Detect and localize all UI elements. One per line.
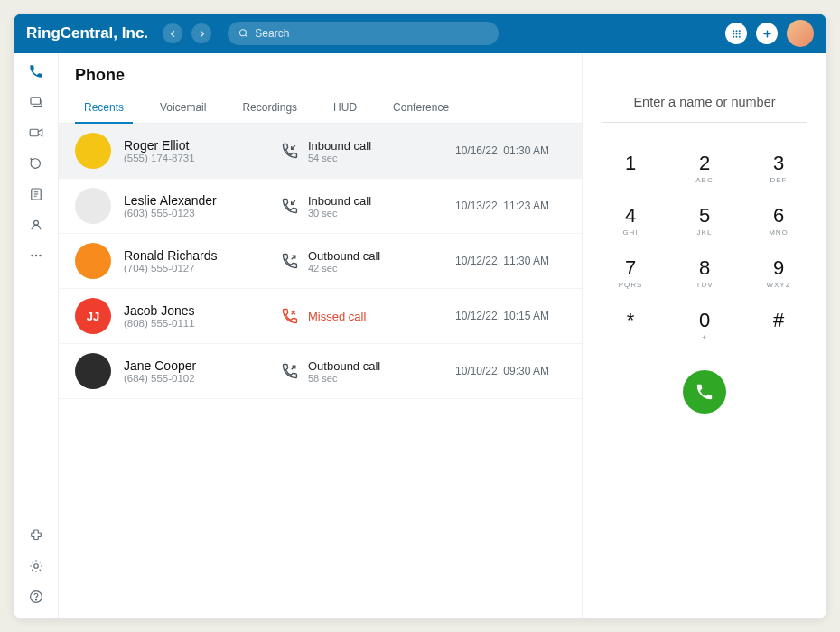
call-direction-icon (281, 362, 299, 380)
tab-hud[interactable]: HUD (315, 94, 375, 123)
user-avatar[interactable] (787, 20, 814, 47)
key-number: 3 (751, 152, 807, 175)
dialpad-button[interactable] (725, 23, 747, 44)
key-*[interactable]: * (602, 303, 658, 347)
search-field[interactable] (228, 22, 499, 45)
call-direction-icon (281, 197, 299, 215)
contact-avatar: JJ (75, 298, 111, 334)
call-info: Missed call (281, 307, 426, 325)
key-6[interactable]: 6MNO (751, 199, 807, 242)
svg-point-13 (33, 220, 38, 225)
key-letters: MNO (751, 228, 807, 237)
svg-rect-10 (31, 98, 41, 105)
nav-apps[interactable] (27, 526, 45, 544)
key-8[interactable]: 8TUV (677, 251, 733, 294)
messages-icon (28, 94, 44, 110)
contact-phone: (684) 555-0102 (124, 373, 268, 384)
key-3[interactable]: 3DEF (751, 146, 807, 190)
list-pane: Phone RecentsVoicemailRecordingsHUDConfe… (59, 53, 583, 618)
key-2[interactable]: 2ABC (677, 146, 733, 190)
dial-input[interactable] (602, 79, 807, 123)
svg-rect-11 (30, 129, 38, 136)
key-letters: ABC (677, 176, 733, 184)
nav-help[interactable] (27, 588, 45, 606)
key-letters (602, 176, 658, 184)
nav-notes[interactable] (27, 185, 45, 203)
nav-back-button[interactable] (163, 23, 182, 43)
key-letters: WXYZ (751, 281, 807, 289)
key-0[interactable]: 0+ (677, 303, 733, 347)
key-7[interactable]: 7PQRS (602, 251, 658, 294)
contact-name: Leslie Alexander (124, 193, 268, 208)
new-button[interactable] (756, 23, 778, 44)
call-duration: 54 sec (308, 153, 371, 163)
key-letters: JKL (677, 228, 733, 237)
key-number: 7 (602, 256, 658, 280)
call-type: Outbound call (308, 359, 380, 373)
tab-conference[interactable]: Conference (375, 94, 467, 123)
contact-name: Roger Elliot (124, 138, 268, 153)
dialpad-icon (731, 28, 742, 40)
nav-more[interactable] (27, 246, 45, 265)
gear-icon (28, 558, 44, 574)
help-icon (28, 589, 44, 605)
app-window: RingCentral, Inc. (13, 13, 827, 619)
call-duration: 58 sec (308, 373, 380, 384)
call-info: Outbound call42 sec (281, 249, 426, 274)
nav-contacts[interactable] (27, 216, 45, 234)
key-9[interactable]: 9WXYZ (751, 251, 807, 294)
nav-forward-button[interactable] (191, 23, 211, 43)
call-row[interactable]: Ronald Richards(704) 555-0127Outbound ca… (59, 234, 582, 289)
call-info: Inbound call54 sec (281, 139, 426, 163)
call-list: Roger Elliot(555) 174-8731Inbound call54… (59, 124, 582, 618)
call-time: 10/12/22, 11:30 AM (439, 255, 565, 267)
phone-icon (28, 63, 44, 79)
key-letters (602, 333, 658, 341)
svg-point-15 (34, 255, 36, 256)
key-number: 1 (602, 152, 658, 175)
tab-recents[interactable]: Recents (66, 94, 142, 123)
call-info: Inbound call30 sec (281, 194, 426, 218)
key-5[interactable]: 5JKL (677, 199, 733, 242)
plus-icon (761, 28, 773, 40)
chat-icon (28, 155, 44, 172)
contact-info: Jane Cooper(684) 555-0102 (124, 358, 268, 384)
call-row[interactable]: JJJacob Jones(808) 555-0111Missed call10… (59, 289, 582, 344)
call-duration: 30 sec (308, 208, 371, 218)
search-input[interactable] (255, 27, 488, 40)
keypad: 12ABC3DEF4GHI5JKL6MNO7PQRS8TUV9WXYZ*0+# (602, 146, 807, 347)
call-type: Missed call (308, 310, 366, 323)
key-number: 2 (677, 152, 733, 175)
call-time: 10/10/22, 09:30 AM (439, 365, 565, 377)
body: Phone RecentsVoicemailRecordingsHUDConfe… (14, 53, 826, 618)
nav-messages[interactable] (27, 93, 45, 111)
call-direction-icon (281, 252, 299, 270)
svg-point-17 (33, 564, 38, 569)
key-#[interactable]: # (751, 303, 807, 347)
call-row[interactable]: Leslie Alexander(603) 555-0123Inbound ca… (59, 179, 582, 234)
call-direction-icon (281, 307, 299, 325)
svg-point-19 (35, 599, 36, 600)
video-icon (28, 125, 44, 141)
call-type: Inbound call (308, 194, 371, 208)
tab-voicemail[interactable]: Voicemail (142, 94, 224, 123)
key-4[interactable]: 4GHI (602, 199, 658, 242)
tab-recordings[interactable]: Recordings (224, 94, 315, 123)
more-icon (28, 247, 44, 264)
contact-avatar (75, 133, 111, 169)
contact-avatar (75, 188, 111, 224)
nav-chat[interactable] (27, 154, 45, 172)
key-1[interactable]: 1 (602, 146, 658, 190)
nav-settings[interactable] (27, 557, 45, 575)
nav-phone[interactable] (27, 62, 45, 80)
call-button[interactable] (683, 370, 726, 414)
call-row[interactable]: Roger Elliot(555) 174-8731Inbound call54… (59, 124, 582, 179)
contact-name: Jacob Jones (124, 303, 268, 318)
svg-point-7 (733, 35, 734, 37)
nav-video[interactable] (27, 124, 45, 142)
tabs: RecentsVoicemailRecordingsHUDConference (59, 94, 582, 124)
key-number: # (751, 309, 807, 332)
svg-point-4 (733, 33, 734, 34)
svg-point-9 (738, 35, 740, 37)
call-row[interactable]: Jane Cooper(684) 555-0102Outbound call58… (59, 344, 582, 399)
